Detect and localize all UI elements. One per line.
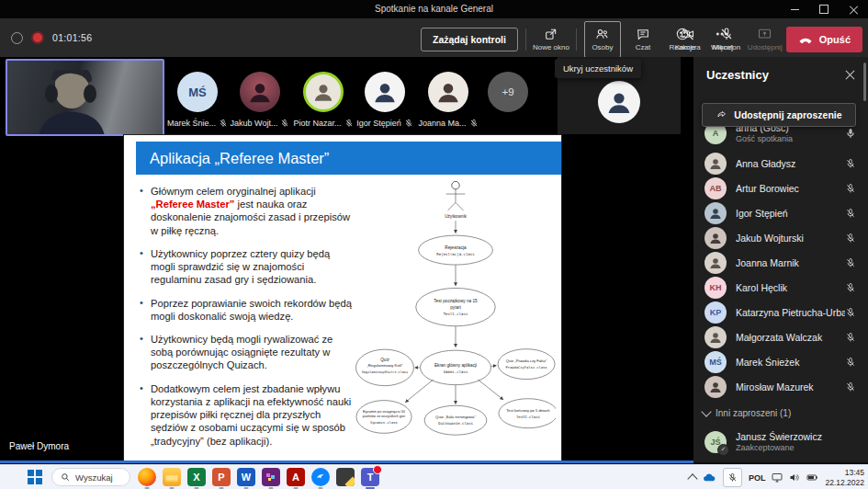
participant-row[interactable]: Mirosław Mazurek	[693, 374, 868, 399]
shared-presentation-slide: Aplikacja „Referee Master” Głównym celem…	[124, 135, 561, 461]
people-icon	[594, 27, 610, 41]
person-photo-icon	[708, 380, 723, 394]
volume-icon[interactable]	[789, 472, 800, 483]
participant-name: Katarzyna Pietrucha-Urbanik	[736, 307, 845, 318]
request-control-button[interactable]: Zażądaj kontroli	[421, 28, 518, 51]
svg-text:Games.class: Games.class	[444, 370, 468, 374]
mic-muted-icon	[845, 158, 856, 169]
participant-row[interactable]: MŚ Marek Śnieżek	[693, 349, 868, 374]
mic-off-icon	[719, 27, 734, 41]
minimize-icon	[791, 9, 799, 10]
avatar	[705, 227, 727, 249]
teams-icon[interactable]: T	[361, 468, 379, 486]
participant-row[interactable]: Jakub Wojturski	[693, 225, 868, 250]
people-button[interactable]: Osoby	[584, 21, 621, 58]
share-invite-icon	[716, 109, 727, 120]
close-button[interactable]	[839, 0, 868, 18]
minimize-button[interactable]	[780, 0, 809, 18]
participant-name: Igor Stępień	[736, 208, 845, 219]
recording-indicator-icon	[31, 31, 44, 44]
leave-button[interactable]: Opuść	[786, 27, 862, 52]
participant-row[interactable]: Anna Gładysz	[693, 151, 868, 176]
svg-text:Quiz: Quiz	[380, 358, 389, 362]
meeting-status-icon	[11, 32, 23, 44]
participant-row[interactable]: Igor Stępień	[693, 200, 868, 225]
svg-text:Test1.class: Test1.class	[444, 312, 468, 316]
new-window-button[interactable]: Nowe okno	[534, 22, 569, 57]
chevron-down-icon	[701, 406, 711, 416]
close-icon	[850, 6, 858, 14]
svg-text:Ekran główny aplikacji: Ekran główny aplikacji	[434, 363, 477, 368]
teams-meeting-window: Spotkanie na kanale General 01:01:56 Zaż…	[0, 0, 868, 489]
chat-button[interactable]: Czat	[626, 22, 660, 57]
svg-text:Test2.class: Test2.class	[516, 415, 540, 419]
avatar	[240, 72, 280, 112]
participant-row[interactable]: KP Katarzyna Pietrucha-Urbanik	[693, 300, 868, 324]
avatar	[705, 326, 727, 348]
visual-studio-icon[interactable]	[262, 468, 280, 486]
toolbar-device-controls: Kamera Mikrofon Udostępnij Opuść	[671, 21, 862, 57]
taskbar-search[interactable]: Wyszukaj	[51, 468, 130, 486]
powerpoint-icon[interactable]: P	[212, 468, 231, 486]
tray-mic-muted-button[interactable]	[723, 468, 742, 487]
start-button[interactable]	[28, 470, 42, 484]
svg-text:Quiz „Sala treningowa”: Quiz „Sala treningowa”	[435, 415, 476, 419]
share-invite-button[interactable]: Udostępnij zaproszenie	[702, 103, 856, 127]
self-video-tile[interactable]	[6, 59, 164, 136]
battery-icon[interactable]	[806, 472, 818, 483]
date: 22.12.2022	[825, 478, 864, 488]
participant-name: Joanna Ma...	[418, 119, 466, 128]
acrobat-icon[interactable]: A	[287, 468, 305, 486]
mic-muted-icon	[845, 282, 856, 293]
notes-app-icon[interactable]	[336, 468, 355, 486]
mic-on-icon	[845, 128, 856, 139]
share-screen-button[interactable]: Udostępnij	[748, 22, 783, 57]
others-invited-section[interactable]: Inni zaproszeni (1)	[693, 399, 868, 424]
slide-bullet: Poprzez poprawianie swoich rekordów będą…	[140, 297, 355, 323]
display-icon[interactable]	[772, 472, 783, 483]
onedrive-icon[interactable]	[703, 472, 716, 483]
participant-row[interactable]: Małgorzata Walczak	[693, 324, 868, 349]
person-photo-icon	[246, 78, 274, 106]
microphone-button[interactable]: Mikrofon	[709, 22, 744, 57]
system-tray: POL 13:45 22.12.2022	[689, 465, 864, 489]
avatar	[705, 252, 727, 274]
referee-master-highlight: „Referee Master”	[151, 199, 234, 210]
node-rejestracja: Rejestracja Rejestracja.class	[419, 235, 493, 265]
mic-muted-icon	[845, 381, 856, 392]
file-explorer-icon[interactable]	[163, 468, 181, 486]
folder-icon	[165, 472, 178, 483]
svg-text:Quizowanie.class: Quizowanie.class	[438, 421, 473, 426]
screen-share-border	[0, 461, 693, 463]
participant-row[interactable]: KH Karol Hęclik	[693, 275, 868, 300]
language-indicator[interactable]: POL	[749, 473, 766, 483]
word-icon[interactable]: W	[237, 468, 255, 486]
svg-text:PrawdaCzyFalsz.class: PrawdaCzyFalsz.class	[505, 366, 547, 370]
participant-row[interactable]: Joanna Marnik	[693, 250, 868, 275]
participant-row[interactable]: AB Artur Borowiec	[693, 176, 868, 200]
avatar: MŚ	[177, 72, 218, 112]
maximize-button[interactable]	[809, 0, 839, 18]
taskbar-clock[interactable]: 13:45 22.12.2022	[825, 468, 864, 487]
svg-text:Użytkownik: Użytkownik	[445, 214, 467, 219]
close-panel-button[interactable]	[843, 68, 856, 81]
slide-bullet: Użytkownicy poprzez cztery quizy będą mo…	[140, 247, 355, 287]
firefox-icon[interactable]	[138, 468, 156, 486]
hang-up-icon	[798, 34, 813, 45]
participant-name: Jakub Wojturski	[736, 233, 845, 244]
thunderbird-icon[interactable]	[311, 468, 330, 486]
camera-button[interactable]: Kamera	[671, 22, 705, 57]
hidden-icons-chevron-icon[interactable]	[687, 473, 697, 483]
person-photo-icon	[604, 87, 634, 117]
mic-muted-icon	[845, 208, 856, 219]
invited-participant-row[interactable]: JŚ✓ Janusz ŚwierzowiczZaakceptowane	[693, 424, 868, 460]
excel-icon[interactable]: X	[187, 468, 206, 486]
search-icon	[61, 472, 70, 482]
accepted-badge-icon: ✓	[717, 444, 729, 456]
svg-text:RegulaminowyMistrz.class: RegulaminowyMistrz.class	[362, 370, 408, 374]
avatar: KH	[705, 277, 727, 299]
overflow-participants-tile[interactable]: +9	[469, 72, 547, 112]
svg-text:Egzamin.class: Egzamin.class	[370, 421, 397, 425]
panel-scrollbar[interactable]	[863, 63, 866, 101]
svg-text:punktów ze wszystkich gier: punktów ze wszystkich gier	[363, 415, 406, 418]
